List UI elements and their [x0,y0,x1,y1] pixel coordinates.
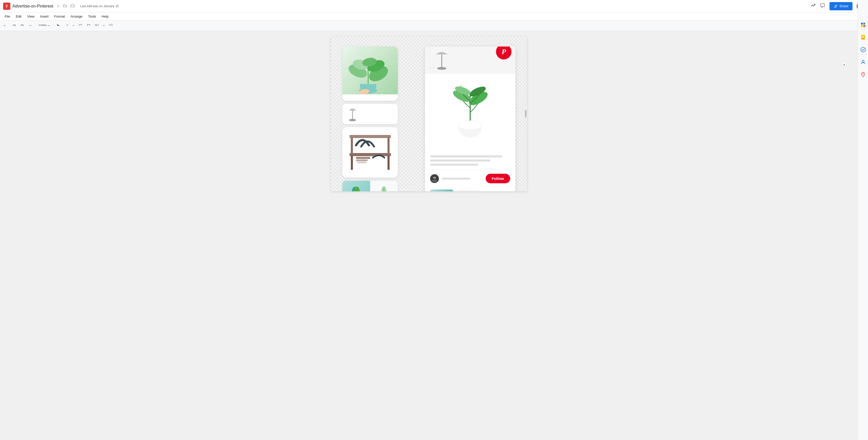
svg-rect-56 [863,25,865,27]
app-icon [3,3,10,10]
sidepanel-sheets-icon[interactable] [859,21,867,29]
menu-format[interactable]: Format [52,13,67,20]
menu-file[interactable]: File [2,13,13,20]
menu-edit[interactable]: Edit [13,13,24,20]
svg-rect-55 [861,25,863,27]
svg-rect-54 [863,23,865,25]
folder-icon[interactable] [63,4,67,9]
menubar: File Edit View Insert Format Arrange Too… [0,12,868,21]
menu-tools[interactable]: Tools [86,13,98,20]
menu-arrange[interactable]: Arrange [68,13,85,20]
menu-insert[interactable]: Insert [37,13,51,20]
sidepanel [858,0,868,31]
cloud-icon[interactable] [70,4,75,8]
comment-icon[interactable] [820,3,826,9]
svg-rect-53 [861,23,863,25]
menu-view[interactable]: View [25,13,37,20]
trending-icon[interactable] [810,3,815,9]
topbar: Advertise-on-Pinterest ☆ Last edit was o… [0,0,868,12]
doc-title: Advertise-on-Pinterest [12,4,53,8]
star-icon[interactable]: ☆ [56,4,60,8]
last-edit: Last edit was on January 15 [80,4,119,8]
share-button[interactable]: Share [830,2,852,10]
ruler-horizontal [0,26,858,31]
share-label: Share [839,4,848,8]
menu-help[interactable]: Help [99,13,111,20]
